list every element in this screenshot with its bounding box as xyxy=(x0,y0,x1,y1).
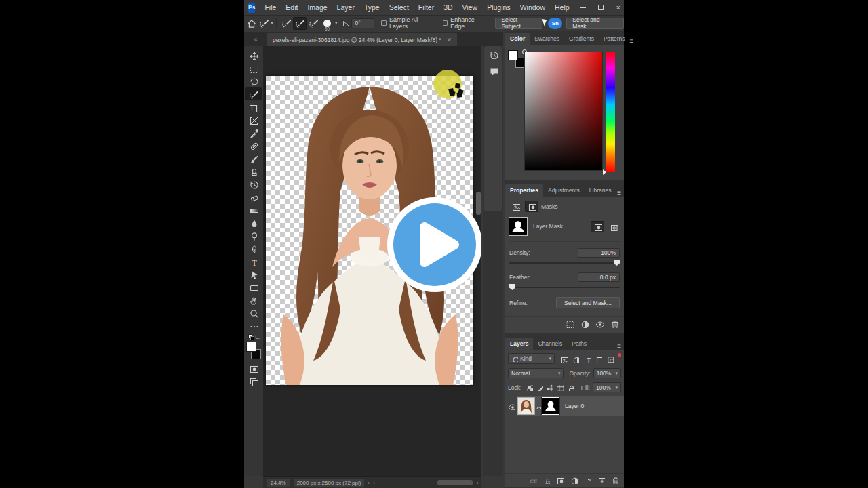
layer-filter-icon[interactable] xyxy=(593,354,604,364)
layers-action-icon[interactable] xyxy=(597,474,605,487)
add-vector-mask-icon[interactable] xyxy=(607,221,620,232)
panel-menu-icon[interactable]: ≡ xyxy=(630,37,634,45)
tool-button[interactable] xyxy=(245,306,262,319)
menu-item[interactable]: Plugins xyxy=(482,3,515,12)
layer-filter-dropdown[interactable]: Kind ▾ xyxy=(508,353,555,364)
layer-filter-icon[interactable] xyxy=(605,354,615,364)
panel-tab[interactable]: Color xyxy=(505,33,530,45)
layers-action-icon[interactable] xyxy=(583,474,591,487)
angle-field[interactable]: 0° xyxy=(351,18,374,28)
default-colors-icon[interactable]: ⤿ xyxy=(248,334,260,340)
select-and-mask-button[interactable]: Select and Mask... xyxy=(556,297,620,308)
menu-item[interactable]: Select xyxy=(384,3,414,12)
panel-tab[interactable]: Libraries xyxy=(585,184,616,197)
layers-action-icon[interactable] xyxy=(570,474,578,487)
foreground-background-swatches[interactable] xyxy=(245,342,262,359)
close-button[interactable]: × xyxy=(610,0,627,15)
tool-button[interactable] xyxy=(245,190,262,203)
layer-visibility-eye-icon[interactable] xyxy=(505,402,517,410)
layers-action-icon[interactable] xyxy=(529,474,537,487)
panel-tab[interactable]: Gradients xyxy=(564,33,599,45)
tool-button[interactable] xyxy=(245,242,262,255)
panel-menu-icon[interactable]: ≡ xyxy=(617,342,621,350)
tool-button[interactable] xyxy=(245,165,262,178)
mask-thumbnail[interactable] xyxy=(542,397,559,415)
panel-menu-icon[interactable]: ≡ xyxy=(617,189,621,197)
scroll-right-icon[interactable]: › xyxy=(477,480,479,486)
subtract-from-selection-brush-icon[interactable] xyxy=(307,17,320,30)
lock-option-icon[interactable] xyxy=(555,384,565,391)
saturation-brightness-box[interactable] xyxy=(524,52,603,171)
mask-action-icon[interactable] xyxy=(565,319,574,329)
menu-item[interactable]: Image xyxy=(302,3,332,12)
layers-action-icon[interactable] xyxy=(610,474,618,487)
density-value-field[interactable]: 100% xyxy=(578,248,620,258)
menu-item[interactable]: Help xyxy=(550,3,574,12)
minimize-button[interactable] xyxy=(574,0,592,15)
menu-item[interactable]: Layer xyxy=(332,3,359,12)
select-and-mask-button[interactable]: Select and Mask... xyxy=(566,18,624,29)
fill-dropdown[interactable]: 100% ▾ xyxy=(593,382,621,392)
vertical-scrollbar[interactable] xyxy=(476,46,481,466)
comments-panel-icon[interactable] xyxy=(484,62,502,79)
blend-mode-dropdown[interactable]: Normal ▾ xyxy=(508,368,564,378)
sample-all-layers-checkbox[interactable]: Sample All Layers xyxy=(381,16,435,30)
scroll-left-icon[interactable]: ‹ xyxy=(373,480,375,486)
layer-name[interactable]: Layer 0 xyxy=(565,403,584,409)
panel-tab[interactable]: Properties xyxy=(505,184,543,197)
hue-slider-arrow-icon[interactable] xyxy=(603,169,606,175)
canvas-area[interactable] xyxy=(263,46,481,476)
panel-tab[interactable]: Swatches xyxy=(530,33,564,45)
quick-mask-button[interactable] xyxy=(245,362,262,375)
lock-option-icon[interactable] xyxy=(534,384,545,391)
swap-colors-icon[interactable]: ⤿ xyxy=(256,335,260,340)
menu-item[interactable]: 3D xyxy=(439,3,457,12)
select-mask-icon[interactable] xyxy=(591,221,604,232)
tool-button[interactable] xyxy=(245,100,262,113)
pixel-layer-properties-icon[interactable] xyxy=(509,201,522,212)
feather-value-field[interactable]: 0.0 px xyxy=(578,272,620,282)
panel-tab[interactable]: Channels xyxy=(533,338,567,350)
new-selection-brush-icon[interactable] xyxy=(279,17,293,30)
mask-action-icon[interactable] xyxy=(610,319,618,329)
tool-button[interactable] xyxy=(245,319,262,332)
tool-button[interactable] xyxy=(245,216,262,229)
tool-preset-icon[interactable] xyxy=(257,16,270,30)
tool-button[interactable] xyxy=(245,139,262,152)
layer-row[interactable]: Layer 0 xyxy=(505,396,624,416)
mask-link-icon[interactable] xyxy=(535,403,542,409)
menu-item[interactable]: File xyxy=(260,3,281,12)
enhance-edge-checkbox[interactable]: Enhance Edge xyxy=(443,16,489,30)
lock-option-icon[interactable] xyxy=(545,384,555,391)
menu-item[interactable]: Filter xyxy=(414,3,439,12)
tool-button[interactable] xyxy=(245,255,262,268)
tool-button[interactable] xyxy=(245,268,262,281)
mask-properties-icon[interactable] xyxy=(525,201,538,212)
panel-tab[interactable]: Layers xyxy=(505,338,533,350)
menu-item[interactable]: Type xyxy=(359,3,384,12)
hue-strip[interactable] xyxy=(606,52,615,172)
foreground-color-swatch[interactable] xyxy=(246,342,256,352)
layer-filter-icon[interactable] xyxy=(559,354,569,364)
layer-filter-icon[interactable] xyxy=(570,354,580,364)
scrollbar-thumb[interactable] xyxy=(437,480,473,485)
mask-action-icon[interactable] xyxy=(580,319,589,329)
menu-item[interactable]: Edit xyxy=(281,3,302,12)
home-icon[interactable] xyxy=(244,16,257,30)
menu-item[interactable]: View xyxy=(458,3,483,12)
panel-tab[interactable]: Patterns xyxy=(599,33,630,45)
tool-button[interactable] xyxy=(245,126,262,139)
tool-button[interactable] xyxy=(245,113,262,126)
tool-button[interactable] xyxy=(245,178,262,190)
screen-mode-button[interactable] xyxy=(245,375,262,388)
tool-button[interactable] xyxy=(245,203,262,216)
horizontal-scrollbar[interactable] xyxy=(378,479,471,486)
slider-knob[interactable] xyxy=(614,260,620,266)
layers-action-icon[interactable] xyxy=(556,474,564,487)
history-panel-icon[interactable] xyxy=(484,46,502,62)
status-arrow-icon[interactable]: › xyxy=(368,480,370,486)
tool-button[interactable] xyxy=(245,229,262,242)
filter-toggle-icon[interactable] xyxy=(618,353,621,357)
layer-thumbnail[interactable] xyxy=(517,397,535,415)
tool-button[interactable] xyxy=(245,62,262,75)
